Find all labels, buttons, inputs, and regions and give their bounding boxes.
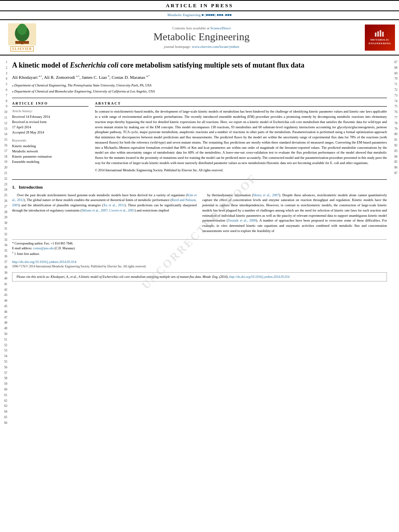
- line-num-11: 11: [2, 115, 9, 121]
- journal-header-center: Contents lists available at ScienceDirec…: [40, 26, 363, 49]
- line-num-30: 30: [2, 220, 9, 226]
- line-num-right-79: 79: [391, 126, 399, 132]
- line-num-37: 37: [2, 259, 9, 265]
- citation-doi-link[interactable]: http://dx.doi.org/10.1016/j.ymben.2014.0…: [229, 275, 290, 279]
- joint-note: 1 1 Joint first authors: [12, 251, 387, 256]
- intro-col-right-text: by thermodynamic information (Henry et a…: [202, 193, 387, 234]
- me-logo-text2: ENGINEERING: [368, 42, 391, 45]
- line-num-right-68: 68: [391, 65, 399, 71]
- line-num-21: 21: [2, 170, 9, 176]
- line-num-43: 43: [2, 292, 9, 298]
- doi-section: http://dx.doi.org/10.1016/j.ymben.2014.0…: [12, 259, 387, 268]
- article-info-heading: ARTICLE INFO: [12, 101, 88, 107]
- line-num-38: 38: [2, 265, 9, 270]
- line-num-19: 19: [2, 159, 9, 165]
- me-logo-box-container: METABOLIC ENGINEERING: [363, 25, 395, 51]
- abstract-col: ABSTRACT In contrast to stoichiometric-b…: [95, 101, 387, 174]
- journal-link[interactable]: Metabolic Engineering ■ (■■■■) ■■■–■■■: [167, 13, 232, 17]
- line-num-right-85: 85: [391, 159, 399, 165]
- intro-title: 1. Introduction: [12, 185, 387, 189]
- author-sup-astar: a,*: [146, 74, 150, 78]
- line-num-right-81: 81: [391, 137, 399, 143]
- article-in-press-banner: ARTICLE IN PRESS: [0, 0, 399, 11]
- abstract-copyright: © 2014 International Metabolic Engineeri…: [95, 168, 387, 173]
- line-num-49: 49: [2, 326, 9, 331]
- doi-link[interactable]: http://dx.doi.org/10.1016/j.ymben.2014.0…: [12, 260, 76, 264]
- line-num-right-73: 73: [391, 93, 399, 99]
- line-num-53: 53: [2, 348, 9, 353]
- teusink-ref[interactable]: Teusink et al., 2000: [228, 218, 256, 222]
- revised-date2: 17 April 2014: [12, 125, 88, 130]
- elsevier-logo: ELSEVIER: [4, 23, 40, 51]
- line-num-right-83: 83: [391, 148, 399, 154]
- line-num-62: 62: [2, 398, 9, 404]
- author-sup-a1: a,1: [39, 74, 42, 78]
- line-num-9: 9: [2, 104, 9, 109]
- main-content-area: 1234567891011121314151617181920212223242…: [0, 59, 399, 426]
- intro-col-right: by thermodynamic information (Henry et a…: [202, 193, 387, 235]
- line-num-63: 63: [2, 403, 9, 409]
- journal-homepage-link[interactable]: www.elsevier.com/locate/ymben: [192, 45, 239, 49]
- line-num-10: 10: [2, 109, 9, 115]
- kim-ref[interactable]: Kim et al., 2012: [12, 193, 197, 202]
- elsevier-brand-text: ELSEVIER: [10, 46, 34, 51]
- line-num-34: 34: [2, 242, 9, 248]
- line-num-58: 58: [2, 376, 9, 381]
- author-email[interactable]: costas@psu.edu: [33, 246, 54, 250]
- metabolic-engineering-logo: METABOLIC ENGINEERING: [365, 25, 395, 51]
- line-num-5: 5: [2, 82, 9, 87]
- me-logo-text1: METABOLIC: [370, 38, 390, 42]
- line-num-1: 1: [2, 60, 9, 65]
- accepted-date: Accepted 28 May 2014: [12, 130, 88, 135]
- author-sup-b: b: [108, 74, 110, 78]
- contents-label: Contents lists available at ScienceDirec…: [40, 26, 363, 30]
- shlomi-ref[interactable]: Shlomi et al., 2007; Covert et al., 2001: [82, 208, 135, 212]
- line-num-65: 65: [2, 415, 9, 420]
- line-num-15: 15: [2, 137, 9, 143]
- line-num-right-71: 71: [391, 82, 399, 87]
- sciencedirect-link[interactable]: ScienceDirect: [210, 26, 230, 30]
- affil-a: a Department of Chemical Engineering, Th…: [12, 83, 387, 88]
- line-num-16: 16: [2, 143, 9, 148]
- line-num-23: 23: [2, 182, 9, 187]
- line-num-13: 13: [2, 126, 9, 132]
- henry-ref[interactable]: Henry et al., 2007: [253, 193, 279, 197]
- line-num-41: 41: [2, 281, 9, 287]
- line-num-right-67: 67: [391, 60, 399, 65]
- line-num-45: 45: [2, 304, 9, 309]
- revised-date: Received in revised form: [12, 120, 88, 125]
- affiliations-section: a Department of Chemical Engineering, Th…: [12, 83, 387, 94]
- line-num-29: 29: [2, 215, 9, 220]
- affil-text-b: Department of Chemical and Biomolecular …: [14, 89, 155, 94]
- line-num-right-78: 78: [391, 121, 399, 126]
- citation-prefix: Please cite this article as: Khodayari, …: [16, 275, 229, 279]
- section-divider-2: [12, 179, 387, 180]
- line-num-17: 17: [2, 148, 9, 154]
- line-num-64: 64: [2, 409, 9, 415]
- line-num-42: 42: [2, 287, 9, 293]
- line-num-44: 44: [2, 298, 9, 304]
- line-num-right-84: 84: [391, 154, 399, 160]
- line-num-right-74: 74: [391, 99, 399, 104]
- affil-sup-b: b: [12, 90, 14, 94]
- page-header: ELSEVIER Contents lists available at Sci…: [0, 19, 399, 55]
- affil-sup-a: a: [12, 84, 14, 88]
- journal-homepage: journal homepage: www.elsevier.com/locat…: [40, 45, 363, 49]
- joint-sup: 1: [12, 251, 14, 254]
- line-num-50: 50: [2, 331, 9, 337]
- keyword-4: Ensemble modeling: [12, 160, 88, 164]
- line-num-right-69: 69: [391, 71, 399, 76]
- intro-col-left: Over the past decade stoichiometric base…: [12, 193, 197, 235]
- line-num-55: 55: [2, 359, 9, 365]
- svg-rect-6: [377, 31, 379, 37]
- line-num-26: 26: [2, 198, 9, 204]
- line-num-7: 7: [2, 93, 9, 99]
- line-numbers-right: 6768697071727374757677787980818283848586…: [390, 59, 399, 426]
- xu-ref[interactable]: Xu et al., 2011: [103, 203, 125, 207]
- keyword-3: Kinetic parameter estimation: [12, 154, 88, 159]
- line-num-24: 24: [2, 187, 9, 193]
- line-num-60: 60: [2, 387, 9, 392]
- line-num-right-80: 80: [391, 131, 399, 137]
- line-num-28: 28: [2, 210, 9, 215]
- line-num-6: 6: [2, 87, 9, 93]
